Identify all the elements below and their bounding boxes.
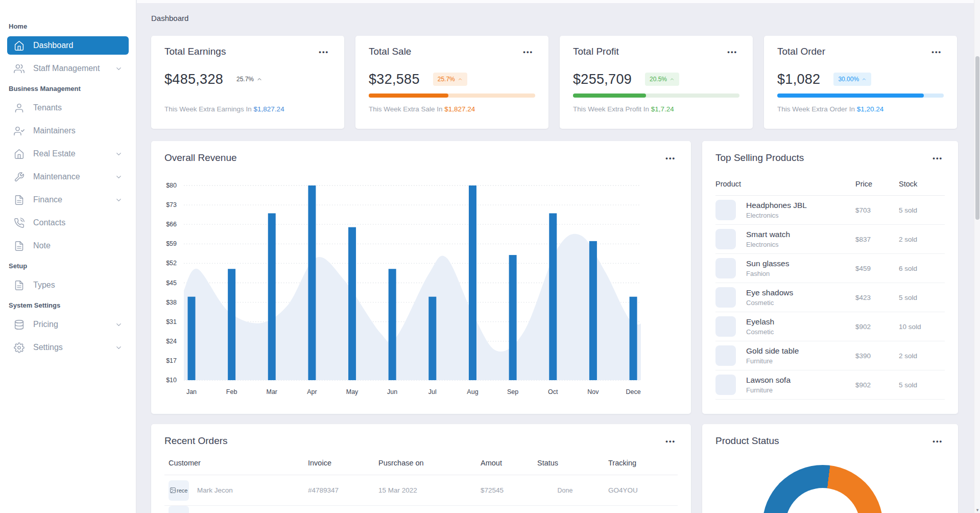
change-percent-value: 25.7% (236, 76, 254, 83)
more-options-icon[interactable]: ••• (663, 153, 678, 164)
overall-revenue-title: Overall Revenue (164, 152, 237, 164)
y-axis-tick-label: $45 (166, 279, 177, 287)
stat-card-total-profit: Total Profit•••$255,70920.5%This Week Ex… (560, 36, 753, 129)
product-row: Sun glassesFashion$4596 sold (715, 254, 945, 283)
file-icon (14, 195, 25, 205)
file-icon (14, 280, 25, 291)
stat-card-title: Total Earnings (164, 46, 226, 57)
product-name: Headphones JBL (746, 201, 807, 210)
middle-row: $10$17$24$31$38$45$52$59$66$73$80JanFebM… (151, 141, 958, 414)
product-cell: Smart watchElectronics (715, 229, 855, 249)
top-selling-products-card: Top Selling Products ••• Product Price S… (702, 141, 958, 414)
product-price: $902 (855, 381, 899, 389)
column-tracking: Tracking (608, 459, 678, 467)
sidebar-item-label: Contacts (33, 218, 65, 227)
sidebar-item-types[interactable]: Types (7, 276, 129, 294)
revenue-bar-dece (630, 297, 637, 380)
user-icon (14, 103, 25, 113)
sidebar-item-tenants[interactable]: Tenants (7, 99, 129, 117)
product-cell: Headphones JBLElectronics (715, 200, 855, 220)
sidebar-section-label: System Settings (9, 301, 127, 309)
footer-text: This Week Extra Order In (777, 105, 857, 113)
sidebar-item-label: Note (33, 241, 51, 250)
stat-card-total-order: Total Order•••$1,08230.00%This Week Extr… (764, 36, 957, 129)
stat-card-total-sale: Total Sale•••$32,58525.7%This Week Extra… (355, 36, 548, 129)
sidebar-item-label: Staff Management (33, 64, 100, 73)
product-category: Electronics (746, 241, 790, 248)
more-options-icon[interactable]: ••• (663, 436, 678, 447)
phone-icon (14, 218, 25, 228)
footer-amount: $1,827.24 (444, 105, 475, 113)
change-percent: 30.00% (838, 76, 859, 83)
product-thumbnail (715, 316, 736, 337)
stat-card-footer: This Week Extra Earnings In $1,827.24 (164, 105, 284, 113)
product-name: Gold side table (746, 346, 799, 356)
more-options-icon[interactable]: ••• (317, 46, 331, 57)
sidebar-item-contacts[interactable]: Contacts (7, 214, 129, 232)
stat-card-total-earnings: Total Earnings•••$485,32825.7%This Week … (151, 36, 344, 129)
stat-value-row: $1,08230.00% (777, 71, 944, 88)
sidebar-item-dashboard[interactable]: Dashboard (7, 36, 129, 55)
y-axis-tick-label: $31 (166, 318, 177, 325)
sidebar-item-label: Maintenance (33, 172, 80, 181)
footer-text: This Week Extra Profit In (573, 105, 651, 113)
column-stock: Stock (899, 180, 945, 188)
x-axis-tick-label: Jul (428, 388, 437, 395)
chevron-down-icon (115, 196, 123, 204)
product-price: $459 (855, 265, 899, 272)
product-thumbnail (715, 258, 736, 278)
sidebar-item-label: Types (33, 281, 55, 290)
sidebar-item-staff-management[interactable]: Staff Management (7, 59, 129, 78)
sidebar-item-pricing[interactable]: Pricing (7, 315, 129, 334)
x-axis-tick-label: Oct (548, 388, 558, 395)
broken-image-icon (170, 487, 176, 494)
product-stock: 2 sold (899, 236, 945, 243)
stat-card-title: Total Sale (369, 46, 411, 57)
sidebar-item-settings[interactable]: Settings (7, 338, 129, 357)
more-options-icon[interactable]: ••• (521, 46, 535, 57)
footer-amount: $1,827.24 (254, 105, 284, 113)
orders-table-header: Customer Invoice Pusrchase on Amout Stat… (164, 459, 678, 475)
product-name: Lawson sofa (746, 376, 791, 385)
product-price: $390 (855, 352, 899, 360)
wrench-icon (14, 172, 25, 182)
chevron-down-icon (115, 321, 123, 329)
sidebar-item-finance[interactable]: Finance (7, 191, 129, 209)
revenue-bar-sep (509, 255, 517, 380)
stat-card-head: Total Earnings••• (164, 46, 331, 57)
products-table-header: Product Price Stock (715, 180, 945, 196)
scrollbar-thumb[interactable] (975, 56, 979, 220)
stat-value: $1,082 (777, 72, 820, 87)
donut-hole (785, 488, 860, 513)
sidebar-item-label: Tenants (33, 103, 62, 112)
products-table-body: Headphones JBLElectronics$7035 soldSmart… (715, 196, 945, 400)
product-stock: 5 sold (899, 294, 945, 301)
sidebar-item-maintenance[interactable]: Maintenance (7, 168, 129, 186)
product-row: Gold side tableFurniture$3902 sold (715, 341, 945, 370)
product-name-block: Headphones JBLElectronics (746, 201, 807, 219)
chevron-up-icon (670, 77, 675, 82)
product-category: Furniture (746, 357, 799, 365)
product-thumbnail (715, 287, 736, 308)
product-category: Fashion (746, 270, 789, 277)
product-name-block: Lawson sofaFurniture (746, 376, 791, 394)
sidebar-item-note[interactable]: Note (7, 237, 129, 255)
sidebar-item-maintainers[interactable]: Maintainers (7, 122, 129, 140)
sidebar-item-label: Real Estate (33, 149, 76, 158)
sidebar-item-label: Pricing (33, 320, 58, 329)
x-axis-tick-label: May (346, 388, 358, 395)
more-options-icon[interactable]: ••• (929, 46, 944, 57)
sidebar-item-real-estate[interactable]: Real Estate (7, 145, 129, 163)
background-area-series (183, 234, 672, 380)
scrollbar-down-arrow[interactable]: ▾ (974, 507, 980, 512)
page-scrollbar[interactable]: ▾ (974, 0, 980, 513)
recent-orders-title: Recent Orders (164, 435, 228, 447)
product-category: Electronics (746, 212, 807, 219)
footer-text: This Week Extra Earnings In (164, 105, 254, 113)
change-badge: 20.5% (645, 73, 679, 86)
more-options-icon[interactable]: ••• (930, 153, 945, 164)
more-options-icon[interactable]: ••• (930, 436, 945, 447)
column-purchase-on: Pusrchase on (378, 459, 481, 467)
more-options-icon[interactable]: ••• (725, 46, 739, 57)
chevron-down-icon (115, 65, 123, 73)
